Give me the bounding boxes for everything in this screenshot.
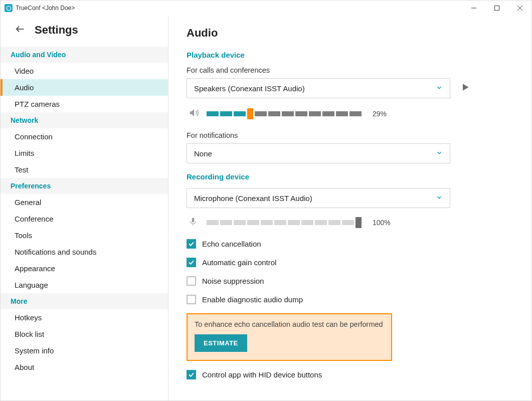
sidebar-item-notifications-and-sounds[interactable]: Notifications and sounds bbox=[1, 244, 168, 260]
app-icon bbox=[5, 4, 13, 12]
hid-label: Control app with HID device buttons bbox=[202, 370, 322, 379]
estimate-button[interactable]: ESTIMATE bbox=[195, 334, 247, 352]
sidebar-item-connection[interactable]: Connection bbox=[1, 128, 168, 145]
sidebar-item-tools[interactable]: Tools bbox=[1, 227, 168, 244]
notification-device-dropdown[interactable]: None bbox=[187, 143, 450, 163]
mic-level-slider[interactable] bbox=[207, 217, 362, 228]
settings-nav: Audio and VideoVideoAudioPTZ camerasNetw… bbox=[1, 47, 168, 375]
svg-rect-2 bbox=[495, 6, 499, 11]
sidebar-item-limits[interactable]: Limits bbox=[1, 145, 168, 161]
playback-device-dropdown[interactable]: Speakers (Conexant ISST Audio) bbox=[187, 78, 450, 98]
estimate-panel: To enhance echo cancellation audio test … bbox=[187, 313, 392, 361]
svg-rect-7 bbox=[192, 218, 195, 223]
chevron-down-icon bbox=[436, 194, 443, 203]
minimize-button[interactable] bbox=[462, 1, 485, 16]
maximize-button[interactable] bbox=[485, 1, 508, 16]
checkbox-off-icon bbox=[187, 295, 196, 304]
dump-checkbox-row[interactable]: Enable diagnostic audio dump bbox=[187, 295, 503, 304]
sidebar-item-video[interactable]: Video bbox=[1, 63, 168, 79]
window-title: TrueConf <John Doe> bbox=[16, 5, 75, 12]
agc-checkbox-row[interactable]: Automatic gain control bbox=[187, 258, 503, 267]
estimate-text: To enhance echo cancellation audio test … bbox=[195, 320, 384, 328]
volume-percent: 29% bbox=[373, 110, 387, 118]
calls-label: For calls and conferences bbox=[187, 66, 503, 74]
close-button[interactable] bbox=[508, 1, 531, 16]
mic-level-percent: 100% bbox=[373, 219, 391, 227]
noise-checkbox-row[interactable]: Noise suppression bbox=[187, 276, 503, 286]
chevron-down-icon bbox=[436, 84, 443, 93]
nav-section-header: Network bbox=[1, 112, 168, 128]
titlebar: TrueConf <John Doe> bbox=[1, 1, 531, 16]
sidebar-item-system-info[interactable]: System info bbox=[1, 342, 168, 359]
echo-checkbox-row[interactable]: Echo cancellation bbox=[187, 239, 503, 249]
sidebar-item-general[interactable]: General bbox=[1, 194, 168, 211]
settings-heading: Settings bbox=[35, 24, 78, 37]
notif-label: For notifications bbox=[187, 131, 503, 139]
checkbox-off-icon bbox=[187, 276, 196, 286]
notification-device-value: None bbox=[194, 149, 212, 158]
sidebar-item-language[interactable]: Language bbox=[1, 277, 168, 293]
agc-label: Automatic gain control bbox=[202, 258, 276, 267]
playback-device-value: Speakers (Conexant ISST Audio) bbox=[194, 84, 305, 93]
sidebar-item-ptz-cameras[interactable]: PTZ cameras bbox=[1, 96, 168, 112]
playback-heading: Playback device bbox=[187, 51, 503, 59]
hid-checkbox-row[interactable]: Control app with HID device buttons bbox=[187, 370, 503, 379]
sidebar-item-block-list[interactable]: Block list bbox=[1, 326, 168, 342]
sidebar: Settings Audio and VideoVideoAudioPTZ ca… bbox=[1, 16, 168, 400]
dump-label: Enable diagnostic audio dump bbox=[202, 295, 303, 304]
svg-marker-6 bbox=[463, 84, 469, 90]
page-title: Audio bbox=[187, 27, 503, 40]
nav-section-header: Preferences bbox=[1, 178, 168, 194]
nav-section-header: Audio and Video bbox=[1, 47, 168, 63]
sidebar-item-about[interactable]: About bbox=[1, 359, 168, 375]
volume-slider[interactable] bbox=[207, 108, 362, 119]
speaker-icon bbox=[189, 107, 200, 120]
noise-label: Noise suppression bbox=[202, 277, 264, 285]
recording-device-dropdown[interactable]: Microphone (Conexant ISST Audio) bbox=[187, 188, 450, 208]
chevron-down-icon bbox=[436, 149, 443, 158]
checkbox-on-icon bbox=[187, 239, 196, 249]
microphone-icon bbox=[189, 217, 200, 228]
back-arrow-icon[interactable] bbox=[15, 24, 26, 37]
sidebar-item-test[interactable]: Test bbox=[1, 161, 168, 178]
checkbox-on-icon bbox=[187, 258, 196, 267]
play-test-button[interactable] bbox=[460, 82, 470, 94]
sidebar-item-conference[interactable]: Conference bbox=[1, 211, 168, 227]
main-panel: Audio Playback device For calls and conf… bbox=[168, 16, 531, 400]
checkbox-on-icon bbox=[187, 370, 196, 379]
sidebar-item-appearance[interactable]: Appearance bbox=[1, 260, 168, 277]
recording-heading: Recording device bbox=[187, 172, 503, 181]
nav-section-header: More bbox=[1, 293, 168, 309]
echo-label: Echo cancellation bbox=[202, 240, 261, 248]
sidebar-item-audio[interactable]: Audio bbox=[1, 79, 168, 96]
recording-device-value: Microphone (Conexant ISST Audio) bbox=[194, 194, 312, 203]
svg-point-0 bbox=[7, 6, 11, 10]
sidebar-item-hotkeys[interactable]: Hotkeys bbox=[1, 309, 168, 326]
